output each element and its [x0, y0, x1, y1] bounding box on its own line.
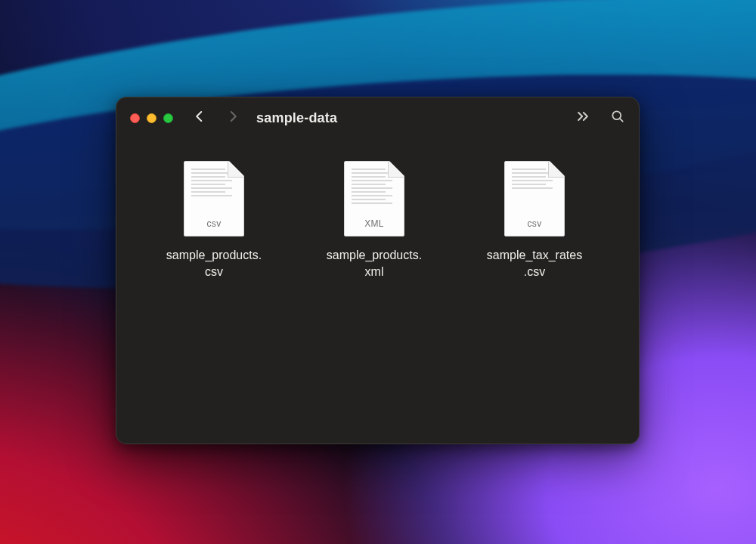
- navigation-arrows: [193, 110, 240, 126]
- finder-window: sample-data csv: [116, 97, 640, 444]
- minimize-window-button[interactable]: [147, 113, 156, 123]
- file-name-label: sample_products. xml: [327, 247, 422, 280]
- file-icon-csv: csv: [184, 161, 244, 236]
- file-type-badge: csv: [184, 218, 244, 229]
- search-icon: [610, 109, 625, 124]
- finder-toolbar: sample-data: [116, 97, 639, 138]
- file-item[interactable]: csv sample_tax_rates .csv: [455, 161, 614, 444]
- chevron-left-icon: [193, 110, 206, 123]
- file-name-label: sample_products. csv: [166, 247, 262, 280]
- chevrons-right-icon: [575, 109, 590, 124]
- forward-button[interactable]: [226, 110, 240, 126]
- zoom-window-button[interactable]: [163, 113, 173, 123]
- file-type-badge: csv: [504, 218, 565, 229]
- chevron-right-icon: [226, 110, 240, 123]
- back-button[interactable]: [193, 110, 206, 126]
- search-button[interactable]: [610, 109, 625, 127]
- file-icon-xml: XML: [344, 161, 404, 236]
- file-name-label: sample_tax_rates .csv: [487, 247, 582, 280]
- file-item[interactable]: csv sample_products. csv: [135, 161, 293, 444]
- file-icon-csv: csv: [504, 161, 565, 236]
- file-type-badge: XML: [344, 218, 404, 229]
- toolbar-overflow-button[interactable]: [575, 109, 590, 127]
- file-item[interactable]: XML sample_products. xml: [295, 161, 454, 444]
- close-window-button[interactable]: [130, 113, 140, 123]
- window-controls: [130, 113, 173, 123]
- file-grid: csv sample_products. csv XML sample_prod…: [116, 138, 639, 444]
- window-title: sample-data: [256, 110, 337, 126]
